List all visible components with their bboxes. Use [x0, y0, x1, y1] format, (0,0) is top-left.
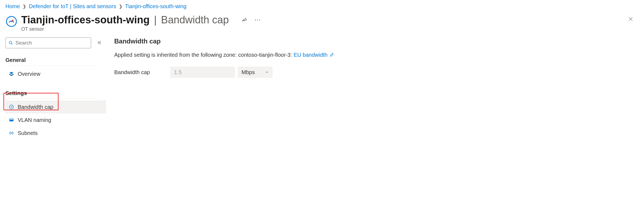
bandwidth-form-row: Bandwidth cap Mbps	[114, 67, 636, 78]
sidebar-item-label: Overview	[18, 71, 40, 77]
page-subheading: Bandwidth cap	[161, 14, 229, 26]
svg-point-11	[11, 133, 12, 134]
divider	[5, 99, 97, 99]
inheritance-link[interactable]: EU bandwidth	[294, 52, 328, 58]
chevron-down-icon	[265, 70, 269, 74]
search-box[interactable]	[5, 37, 91, 48]
pin-button[interactable]	[239, 15, 249, 25]
section-title: Bandwidth cap	[114, 37, 636, 45]
breadcrumb-current[interactable]: Tianjin-offices-south-wing	[125, 3, 187, 10]
inheritance-info: Applied setting is inherited from the fo…	[114, 52, 636, 58]
vlan-icon	[8, 117, 14, 123]
sensor-gauge-icon	[5, 15, 17, 27]
chevron-right-icon: ❯	[119, 4, 122, 9]
svg-point-2	[11, 21, 12, 22]
search-input[interactable]	[16, 40, 88, 46]
sidebar-group-general: General	[5, 54, 103, 65]
search-icon	[8, 40, 13, 45]
sidebar-item-vlan-naming[interactable]: VLAN naming	[5, 113, 106, 127]
breadcrumb-home[interactable]: Home	[5, 3, 20, 10]
sidebar: General Overview Settings Bandwidth cap …	[5, 37, 103, 140]
breadcrumb-sites-sensors[interactable]: Defender for IoT | Sites and sensors	[29, 3, 116, 10]
more-actions-button[interactable]: ⋯	[252, 14, 263, 26]
inheritance-text: Applied setting is inherited from the fo…	[114, 52, 292, 58]
sidebar-item-label: VLAN naming	[18, 117, 51, 123]
sidebar-item-overview[interactable]: Overview	[5, 67, 106, 80]
svg-point-5	[9, 41, 12, 44]
bandwidth-label: Bandwidth cap	[114, 69, 168, 75]
chevron-right-icon: ❯	[23, 4, 26, 9]
svg-rect-10	[10, 119, 13, 120]
subnets-icon	[8, 130, 14, 136]
divider	[5, 65, 97, 66]
svg-rect-9	[10, 119, 14, 121]
sidebar-item-label: Subnets	[18, 130, 38, 136]
close-button[interactable]	[626, 14, 636, 24]
bandwidth-value-input[interactable]	[170, 67, 235, 78]
gauge-icon	[8, 104, 14, 110]
breadcrumb: Home ❯ Defender for IoT | Sites and sens…	[0, 0, 644, 13]
page-title: Tianjin-offices-south-wing	[21, 14, 150, 26]
sidebar-item-bandwidth-cap[interactable]: Bandwidth cap	[5, 100, 106, 113]
sidebar-item-label: Bandwidth cap	[18, 104, 53, 110]
page-header: Tianjin-offices-south-wing | Bandwidth c…	[0, 13, 644, 32]
svg-line-8	[11, 106, 12, 107]
main-content: Bandwidth cap Applied setting is inherit…	[114, 37, 636, 140]
resource-type-label: OT sensor	[21, 26, 263, 32]
collapse-sidebar-button[interactable]	[96, 39, 103, 47]
sidebar-item-subnets[interactable]: Subnets	[5, 127, 106, 140]
overview-icon	[8, 71, 14, 77]
bandwidth-unit-select[interactable]: Mbps	[238, 67, 273, 78]
edit-inheritance-button[interactable]	[329, 52, 335, 58]
sidebar-group-settings: Settings	[5, 87, 103, 98]
svg-line-6	[11, 43, 13, 45]
title-separator: |	[152, 14, 158, 26]
bandwidth-unit-value: Mbps	[242, 69, 255, 75]
